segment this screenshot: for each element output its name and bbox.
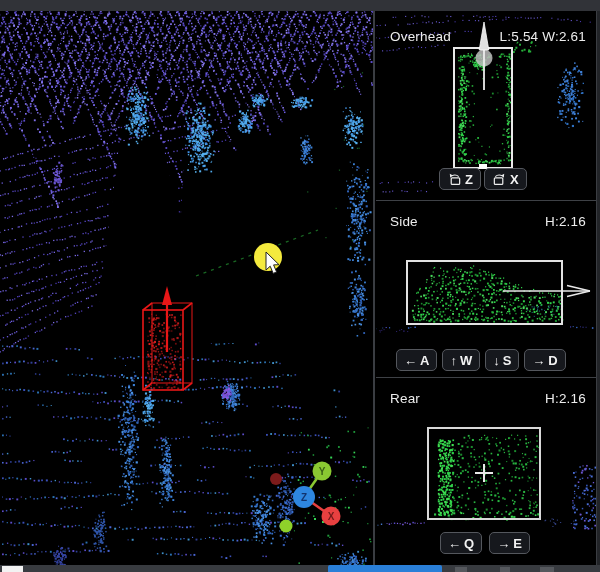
rotate-x-button[interactable]: X <box>484 168 527 190</box>
toolbar-blue-button[interactable] <box>328 565 442 572</box>
panel-measurements: H:2.16 <box>545 214 586 229</box>
point-cloud-canvas[interactable] <box>0 11 374 565</box>
right-arrow-icon: → <box>532 354 545 367</box>
rear-focus-box[interactable] <box>427 427 541 520</box>
move-right-button[interactable]: → D <box>524 349 565 371</box>
down-arrow-icon: ↓ <box>493 354 500 367</box>
side-focus-box[interactable] <box>406 260 563 325</box>
main-3d-view[interactable]: Y X Z <box>0 11 374 565</box>
move-backward-button[interactable]: ↓ S <box>485 349 519 371</box>
panel-measurements: H:2.16 <box>545 391 586 406</box>
toolbar-chip[interactable] <box>455 567 467 572</box>
up-arrow-icon: ↑ <box>450 354 457 367</box>
move-left-button[interactable]: ← A <box>396 349 437 371</box>
bottom-toolbar <box>0 565 600 572</box>
rotate-z-button[interactable]: Z <box>439 168 481 190</box>
panel-title: Overhead <box>390 29 451 44</box>
rotate-z-icon <box>447 173 462 186</box>
panel-title: Side <box>390 214 418 229</box>
rotate-left-button[interactable]: ← Q <box>440 532 482 554</box>
side-panel: Side H:2.16 ← A ↑ W ↓ S → D <box>376 200 596 377</box>
panel-measurements: L:5.54 W:2.61 <box>500 29 586 44</box>
right-arrow-icon: → <box>497 537 510 550</box>
panel-title: Rear <box>390 391 420 406</box>
rotate-right-button[interactable]: → E <box>489 532 530 554</box>
overhead-focus-box[interactable] <box>453 47 513 169</box>
rear-panel: Rear H:2.16 ← Q → E <box>376 377 596 572</box>
pointcloud-annotation-app: Y X Z Overhead L:5.54 W:2.61 <box>0 0 600 572</box>
panel-right-edge <box>596 11 600 572</box>
rotate-x-key: X <box>510 173 519 186</box>
rotate-z-key: Z <box>465 173 473 186</box>
overhead-panel: Overhead L:5.54 W:2.61 Z <box>376 11 596 200</box>
left-arrow-icon: ← <box>404 354 417 367</box>
projection-panels: Overhead L:5.54 W:2.61 Z <box>376 11 596 572</box>
rotate-x-icon <box>492 173 507 186</box>
toolbar-chip[interactable] <box>540 567 554 572</box>
toolbar-white-chip[interactable] <box>2 566 23 572</box>
panel-divider <box>373 11 375 572</box>
move-forward-button[interactable]: ↑ W <box>442 349 480 371</box>
left-arrow-icon: ← <box>448 537 461 550</box>
top-bar <box>0 0 600 11</box>
toolbar-chip[interactable] <box>500 567 510 572</box>
